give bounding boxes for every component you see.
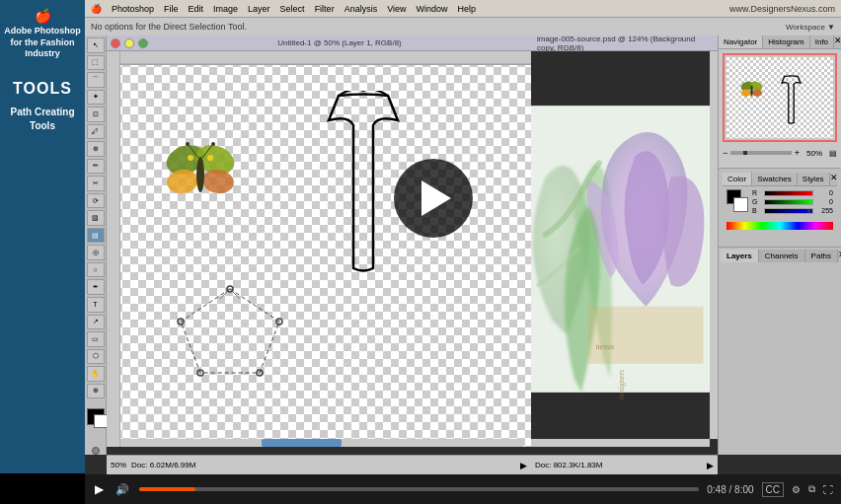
menu-select[interactable]: Select — [280, 4, 305, 14]
fullscreen-icon[interactable]: ⛶ — [823, 484, 833, 495]
cc-button[interactable]: CC — [762, 482, 784, 497]
navigator-thumb — [723, 53, 837, 142]
canvas-status2: Doc: 802.3K/1.83M ▶ — [531, 455, 718, 474]
menu-file[interactable]: File — [164, 4, 179, 14]
progress-bar[interactable] — [139, 487, 699, 491]
menu-analysis[interactable]: Analysis — [344, 4, 378, 14]
tab-histogram[interactable]: Histogram — [763, 36, 809, 48]
fg-color-swatch[interactable] — [87, 408, 105, 425]
color-spectrum-bar[interactable] — [726, 222, 833, 230]
sidebar: 🍎 Adobe Photoshop for the Fashion Indust… — [0, 0, 85, 473]
menu-window[interactable]: Window — [417, 4, 448, 14]
path-dots — [171, 284, 289, 383]
color-fg-bg[interactable] — [726, 189, 748, 217]
volume-button[interactable]: 🔊 — [114, 481, 131, 498]
tool-gradient[interactable]: ▤ — [87, 228, 105, 244]
play-triangle — [421, 180, 451, 216]
tab-color[interactable]: Color — [723, 173, 752, 185]
menu-layer[interactable]: Layer — [248, 4, 270, 14]
tool-3d[interactable]: ⬡ — [87, 349, 105, 365]
zoom-in-btn[interactable]: + — [795, 148, 800, 158]
tool-lasso[interactable]: ⌒ — [87, 72, 105, 88]
zoom-slider-thumb[interactable] — [743, 151, 747, 155]
tool-eraser[interactable]: ▨ — [87, 210, 105, 226]
zoom-slider[interactable] — [730, 151, 791, 155]
svg-point-4 — [200, 167, 236, 195]
ruler-top — [107, 51, 531, 65]
red-slider[interactable] — [764, 190, 813, 196]
scroll-right1[interactable]: ▶ — [520, 461, 527, 470]
scrollbar-h2[interactable] — [531, 439, 710, 447]
tool-brush[interactable]: ✏ — [87, 159, 105, 175]
tool-crop[interactable]: ⊡ — [87, 107, 105, 122]
menu-photoshop[interactable]: Photoshop — [112, 4, 154, 14]
menu-filter[interactable]: Filter — [315, 4, 335, 14]
menu-image[interactable]: Image — [213, 4, 238, 14]
tab-paths[interactable]: Paths — [805, 250, 838, 262]
tool-zoom[interactable]: ⊕ — [87, 384, 105, 399]
window1-titlebar: Untitled-1 @ 50% (Layer 1, RGB/8) — [107, 36, 531, 51]
tab-info[interactable]: Info — [810, 36, 834, 48]
workspace-btn[interactable]: Workspace ▼ — [786, 23, 835, 32]
window-close-btn[interactable] — [111, 38, 120, 48]
quick-mask[interactable] — [92, 447, 100, 455]
tool-heal[interactable]: ⊕ — [87, 141, 105, 157]
green-slider[interactable] — [764, 199, 813, 205]
color-panel-content: R 0 G 0 B 255 — [723, 186, 837, 220]
svg-point-10 — [188, 155, 193, 161]
tool-hand[interactable]: ✋ — [87, 366, 105, 382]
zoom-out-btn[interactable]: − — [723, 148, 727, 158]
settings-icon[interactable]: ⚙ — [792, 484, 801, 495]
tool-pen[interactable]: ✒ — [87, 279, 105, 295]
color-panel-close[interactable]: ✕ — [830, 173, 841, 185]
tool-magic-wand[interactable]: ✦ — [87, 90, 105, 106]
window-minimize-btn[interactable] — [124, 38, 134, 48]
tab-styles[interactable]: Styles — [798, 173, 830, 185]
svg-text:nexus: nexus — [595, 342, 614, 351]
doc-size1: Doc: 6.02M/6.99M — [131, 461, 195, 469]
svg-point-26 — [752, 89, 762, 97]
scroll-right2[interactable]: ▶ — [707, 461, 714, 470]
menu-edit[interactable]: Edit — [189, 4, 204, 14]
window-maximize-btn[interactable] — [138, 38, 148, 48]
apple-menu[interactable]: 🍎 — [91, 4, 102, 14]
scrollbar-thumb1[interactable] — [262, 439, 343, 447]
svg-text:designers: designers — [618, 370, 627, 399]
ruler-left — [107, 51, 120, 447]
svg-line-18 — [230, 289, 240, 299]
watercolor-display: designers nexus — [531, 51, 718, 447]
navigator-tabs: Navigator Histogram Info ✕ — [719, 36, 841, 49]
blue-slider[interactable] — [764, 208, 813, 214]
play-pause-button[interactable]: ▶ — [93, 480, 106, 498]
tool-select[interactable]: ⬚ — [87, 55, 105, 71]
tool-eyedropper[interactable]: 🖊 — [87, 124, 105, 140]
tool-shape[interactable]: ▭ — [87, 331, 105, 347]
play-button[interactable] — [394, 159, 473, 238]
tool-text[interactable]: T — [87, 297, 105, 313]
svg-point-5 — [196, 157, 204, 192]
tab-channels[interactable]: Channels — [759, 250, 805, 262]
bg-color[interactable] — [733, 197, 748, 212]
menu-view[interactable]: View — [387, 4, 406, 14]
tab-layers[interactable]: Layers — [721, 250, 759, 262]
nav-zoom-row: − + 50% ▤ — [719, 146, 841, 160]
tab-swatches[interactable]: Swatches — [752, 173, 798, 185]
tab-navigator[interactable]: Navigator — [719, 36, 763, 48]
scrollbar-v2[interactable] — [710, 51, 718, 439]
tool-blur[interactable]: ◎ — [87, 245, 105, 260]
tool-history[interactable]: ⟳ — [87, 193, 105, 209]
menu-help[interactable]: Help — [458, 4, 477, 14]
svg-point-3 — [165, 167, 200, 195]
tool-dodge[interactable]: ○ — [87, 262, 105, 278]
right-panel: Navigator Histogram Info ✕ — [718, 36, 841, 455]
scrollbar-h1[interactable] — [120, 439, 523, 447]
pip-icon[interactable]: ⧉ — [808, 483, 815, 495]
zoom-percent1: 50% — [111, 461, 126, 469]
r-value: 0 — [815, 189, 833, 196]
tool-move[interactable]: ↖ — [87, 37, 105, 53]
tool-clone[interactable]: ✂ — [87, 176, 105, 191]
panel-close[interactable]: ✕ — [834, 36, 841, 48]
tool-path-select[interactable]: ↗ — [87, 315, 105, 330]
video-controls: ▶ 🔊 0:48 / 8:00 CC ⚙ ⧉ ⛶ — [85, 474, 841, 504]
main-content: 🍎 Photoshop File Edit Image Layer Select… — [85, 0, 841, 474]
